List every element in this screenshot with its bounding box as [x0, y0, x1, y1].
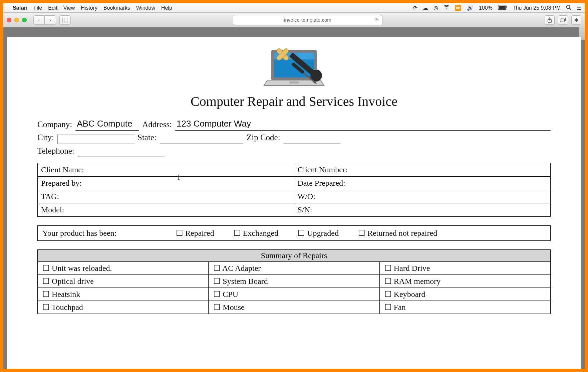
safari-toolbar: ‹ › invoice-template.com ⟳ ✱: [3, 13, 585, 27]
doc-title: Computer Repair and Services Invoice: [37, 94, 551, 109]
sn-cell[interactable]: S/N:: [294, 203, 551, 217]
menubar-item-file[interactable]: File: [33, 5, 42, 11]
menubar-item-history[interactable]: History: [81, 5, 97, 11]
tabs-button[interactable]: [558, 15, 568, 25]
zoom-window-button[interactable]: [22, 18, 27, 22]
menubar-item-edit[interactable]: Edit: [48, 5, 57, 11]
client-name-cell[interactable]: Client Name:: [38, 163, 294, 177]
svg-rect-13: [289, 81, 299, 83]
doc-logo: [37, 44, 551, 87]
repair-item-checkbox[interactable]: Fan: [379, 301, 550, 314]
telephone-value[interactable]: [78, 148, 165, 157]
summary-of-repairs-table: Summary of Repairs Unit was reloaded. AC…: [37, 249, 551, 314]
state-value[interactable]: [160, 135, 243, 144]
svg-line-5: [570, 8, 571, 10]
zip-label: Zip Code:: [247, 131, 280, 144]
back-button[interactable]: ‹: [33, 15, 45, 25]
repair-item-checkbox[interactable]: Unit was reloaded.: [38, 262, 209, 275]
repair-item-checkbox[interactable]: CPU: [209, 288, 379, 301]
volume-icon[interactable]: 🔊: [467, 5, 474, 11]
timemachine-icon[interactable]: ⟳: [413, 5, 417, 11]
url-text: invoice-template.com: [284, 17, 331, 23]
table-row: Heatsink CPU Keyboard: [38, 288, 551, 301]
repair-item-checkbox[interactable]: System Board: [209, 275, 379, 288]
city-label: City:: [37, 131, 54, 144]
settings-button[interactable]: ✱: [571, 15, 581, 25]
state-label: State:: [137, 131, 157, 144]
battery-percent: 100%: [479, 5, 493, 11]
date-prepared-cell[interactable]: Date Prepared:: [294, 177, 551, 190]
table-row: Touchpad Mouse Fan: [38, 301, 551, 314]
spotlight-icon[interactable]: [566, 5, 571, 11]
target-icon[interactable]: ◎: [433, 5, 438, 11]
menubar-item-view[interactable]: View: [63, 5, 75, 11]
status-repaired-checkbox[interactable]: Repaired: [176, 228, 214, 238]
repair-item-checkbox[interactable]: RAM memory: [379, 275, 550, 288]
cloud-icon[interactable]: ☁︎: [423, 5, 428, 11]
fast-forward-icon[interactable]: ⏩: [455, 5, 462, 11]
table-row: Optical drive System Board RAM memory: [38, 275, 551, 288]
status-returned-checkbox[interactable]: Returned not repaired: [358, 228, 437, 238]
product-status-row: Your product has been: Repaired Exchange…: [37, 225, 551, 241]
svg-point-0: [446, 8, 447, 9]
repairs-header: Summary of Repairs: [38, 250, 551, 262]
wifi-icon[interactable]: [444, 5, 450, 11]
minimize-window-button[interactable]: [14, 18, 19, 22]
menubar-item-bookmarks[interactable]: Bookmarks: [103, 5, 130, 11]
menubar-datetime[interactable]: Thu Jun 25 9:08 PM: [513, 5, 561, 11]
company-value[interactable]: ABC Compute: [75, 117, 139, 131]
svg-rect-2: [499, 6, 506, 9]
notifications-icon[interactable]: ☰: [577, 5, 581, 11]
mac-menubar: Safari File Edit View History Bookmarks …: [3, 3, 585, 13]
svg-point-4: [567, 5, 570, 8]
table-row: Model: S/N:: [38, 203, 551, 217]
telephone-label: Telephone:: [37, 145, 74, 157]
repair-item-checkbox[interactable]: Touchpad: [38, 301, 209, 314]
repair-item-checkbox[interactable]: Optical drive: [38, 275, 209, 288]
city-input[interactable]: [57, 135, 134, 144]
client-info-table: Client Name: Client Number: Prepared by:…: [37, 163, 551, 217]
repair-item-checkbox[interactable]: Hard Drive: [379, 262, 550, 275]
wo-cell[interactable]: W/O:: [294, 190, 551, 203]
client-number-cell[interactable]: Client Number:: [294, 163, 551, 177]
battery-icon[interactable]: [498, 5, 507, 11]
status-lead: Your product has been:: [42, 229, 176, 238]
company-header-fields: Company: ABC Compute Address: 123 Comput…: [37, 117, 551, 157]
status-upgraded-checkbox[interactable]: Upgraded: [298, 228, 339, 238]
svg-rect-3: [506, 6, 507, 8]
close-window-button[interactable]: [7, 18, 11, 22]
menubar-item-window[interactable]: Window: [136, 5, 155, 11]
tag-cell[interactable]: TAG:: [38, 190, 294, 203]
menubar-app[interactable]: Safari: [13, 5, 27, 11]
table-row: Unit was reloaded. AC Adapter Hard Drive: [38, 262, 551, 275]
repair-item-checkbox[interactable]: Heatsink: [38, 288, 209, 301]
reload-icon[interactable]: ⟳: [374, 17, 379, 23]
svg-rect-6: [62, 18, 68, 22]
company-label: Company:: [37, 118, 72, 131]
repair-item-checkbox[interactable]: Keyboard: [379, 288, 550, 301]
table-row: TAG: W/O:: [38, 190, 551, 203]
document-page: Computer Repair and Services Invoice Com…: [7, 37, 581, 369]
sidebar-button[interactable]: [59, 15, 71, 25]
status-exchanged-checkbox[interactable]: Exchanged: [234, 228, 279, 238]
text-caret-icon: I: [178, 173, 180, 182]
repair-item-checkbox[interactable]: AC Adapter: [209, 262, 379, 275]
zip-value[interactable]: [284, 135, 340, 144]
menubar-item-help[interactable]: Help: [161, 5, 172, 11]
repair-item-checkbox[interactable]: Mouse: [209, 301, 379, 314]
prepared-by-cell[interactable]: Prepared by:: [38, 177, 294, 190]
table-row: Prepared by: Date Prepared:: [38, 177, 551, 190]
address-bar[interactable]: invoice-template.com ⟳: [233, 15, 382, 25]
share-button[interactable]: [545, 15, 555, 25]
svg-rect-11: [560, 19, 565, 22]
model-cell[interactable]: Model:: [38, 203, 294, 217]
table-row: Client Name: Client Number:: [38, 163, 551, 177]
address-label: Address:: [142, 118, 172, 131]
address-value[interactable]: 123 Computer Way: [175, 117, 551, 131]
window-controls: [7, 18, 27, 22]
forward-button[interactable]: ›: [45, 15, 56, 25]
